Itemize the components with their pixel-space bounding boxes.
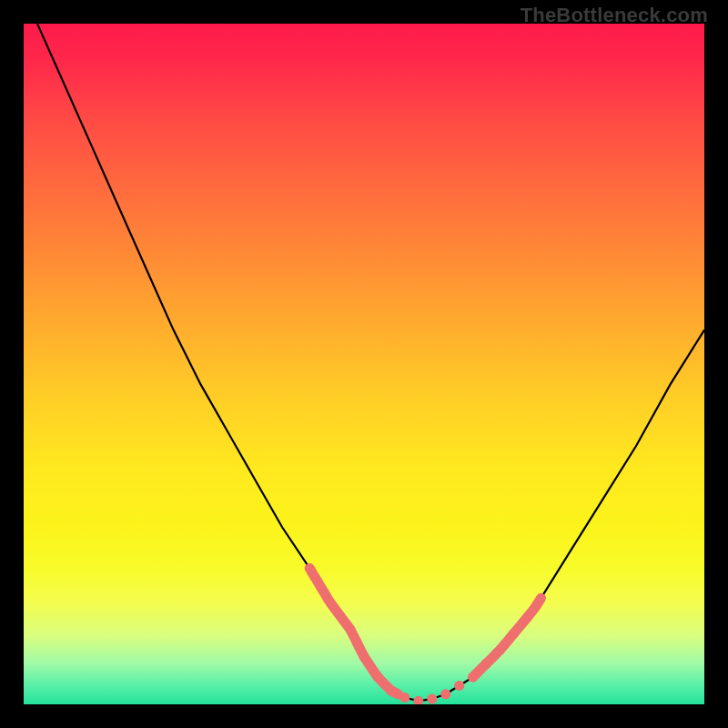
valley-dot [346, 624, 356, 634]
curve-layer [37, 24, 704, 704]
valley-dot [386, 686, 396, 696]
valley-dot [373, 672, 383, 682]
plot-area [24, 24, 704, 704]
curve-svg [24, 24, 704, 704]
valley-dot [509, 629, 519, 639]
valley-dot [413, 696, 423, 704]
valley-dot [454, 681, 464, 691]
valley-dot [468, 672, 478, 682]
valley-dot [399, 693, 410, 703]
valley-dot [427, 694, 437, 704]
chart-frame: TheBottleneck.com [0, 0, 728, 728]
valley-dot [440, 689, 450, 699]
bottleneck-curve [37, 24, 704, 701]
valley-dot [481, 659, 491, 669]
valley-dot [522, 612, 532, 622]
valley-dot [495, 645, 505, 655]
valley-dot [359, 652, 369, 662]
